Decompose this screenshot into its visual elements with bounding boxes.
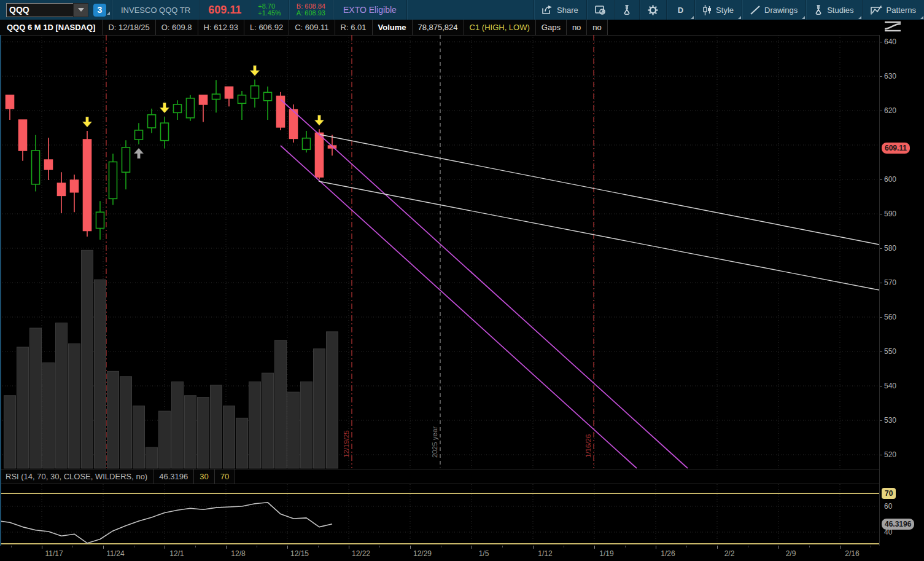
axis-tick bbox=[880, 248, 882, 249]
axis-tick bbox=[748, 546, 748, 547]
timeframe-label: D bbox=[678, 6, 683, 15]
price-axis[interactable]: 640630620600590580570560550540530520609.… bbox=[880, 35, 924, 546]
divider bbox=[406, 0, 407, 20]
share-button[interactable]: Share bbox=[534, 0, 586, 20]
chevron-down-icon bbox=[78, 8, 84, 12]
axis-tick bbox=[880, 455, 882, 455]
candle-body[interactable] bbox=[45, 160, 53, 170]
axis-tick bbox=[318, 546, 319, 547]
candle-body[interactable] bbox=[212, 94, 220, 99]
candle-body[interactable] bbox=[71, 180, 79, 192]
date-tick-label: 2/9 bbox=[786, 549, 796, 558]
candle-body[interactable] bbox=[109, 162, 117, 198]
corner-expand-icon bbox=[738, 16, 741, 19]
candle-body[interactable] bbox=[58, 183, 66, 195]
axis-tick bbox=[880, 386, 882, 386]
candle-body[interactable] bbox=[316, 133, 324, 177]
volume-bar bbox=[133, 406, 145, 468]
axis-tick bbox=[441, 546, 441, 547]
axis-tick bbox=[880, 420, 882, 421]
white-channel-lower[interactable] bbox=[319, 181, 879, 290]
patterns-button[interactable]: Patterns bbox=[863, 0, 924, 20]
c1-high-low-field[interactable]: C1 (HIGH, LOW) bbox=[464, 20, 536, 35]
candle-body[interactable] bbox=[187, 98, 195, 118]
date-tick-label: 1/26 bbox=[661, 549, 675, 558]
axis-tick bbox=[11, 546, 12, 547]
chart-settings-button[interactable] bbox=[640, 0, 666, 20]
axis-tick bbox=[880, 283, 882, 283]
gaps-value-2[interactable]: no bbox=[587, 20, 607, 35]
flask-icon bbox=[623, 5, 631, 15]
price-tick-label: 520 bbox=[884, 450, 896, 459]
symbol-dropdown-button[interactable] bbox=[73, 3, 88, 17]
axis-tick bbox=[656, 546, 656, 549]
corner-expand-icon bbox=[107, 12, 110, 15]
studies-button[interactable]: Studies bbox=[806, 0, 861, 20]
share-label: Share bbox=[557, 6, 578, 15]
price-tick-label: 560 bbox=[884, 313, 896, 321]
flexible-grid-button[interactable] bbox=[587, 0, 614, 20]
volume-bar bbox=[172, 382, 184, 468]
rsi-oversold-setting[interactable]: 30 bbox=[194, 469, 214, 484]
price-tick-label: 590 bbox=[884, 210, 896, 218]
date-axis[interactable]: 11/1711/2412/112/812/1512/2212/291/51/12… bbox=[0, 546, 924, 561]
candle-body[interactable] bbox=[264, 92, 272, 100]
volume-bar bbox=[159, 411, 171, 468]
rsi-study-canvas[interactable] bbox=[0, 484, 879, 546]
candlestick-icon bbox=[703, 5, 712, 15]
quick-study-button[interactable] bbox=[615, 0, 639, 20]
style-button[interactable]: Style bbox=[695, 0, 742, 20]
candle-body[interactable] bbox=[135, 130, 143, 139]
link-group-badge[interactable]: 3 bbox=[93, 4, 106, 17]
purple-channel-upper[interactable] bbox=[281, 100, 688, 468]
gear-icon bbox=[648, 5, 658, 15]
price-tick-label: 570 bbox=[884, 278, 896, 287]
axis-tick bbox=[717, 546, 718, 549]
candle-body[interactable] bbox=[161, 123, 169, 141]
main-price-chart-canvas[interactable]: 11/21/2512/19/252025 year1/16/26 bbox=[0, 35, 879, 469]
candle-body[interactable] bbox=[32, 151, 40, 184]
candle-body[interactable] bbox=[251, 86, 259, 98]
volume-bar bbox=[223, 406, 235, 468]
white-channel-upper[interactable] bbox=[320, 135, 879, 245]
axis-tick bbox=[880, 317, 882, 318]
rsi-overbought-setting[interactable]: 70 bbox=[215, 469, 235, 484]
candle-body[interactable] bbox=[200, 95, 208, 104]
axis-tick bbox=[502, 546, 503, 547]
candle-body[interactable] bbox=[174, 104, 182, 112]
drawings-button[interactable]: Drawings bbox=[742, 0, 806, 20]
candle-body[interactable] bbox=[122, 147, 130, 172]
chart-status-row: QQQ 6 M 1D [NASDAQ] D: 12/18/25 O: 609.8… bbox=[0, 20, 924, 36]
axis-tick bbox=[778, 546, 779, 549]
candle-body[interactable] bbox=[303, 138, 311, 149]
axis-tick bbox=[564, 546, 564, 547]
candle-body[interactable] bbox=[6, 95, 14, 109]
candle-body[interactable] bbox=[225, 87, 233, 98]
axis-tick bbox=[287, 546, 288, 549]
toolbar-left-group: 3 INVESCO QQQ TR 609.11 +8.70 +1.45% B: … bbox=[0, 0, 407, 20]
rsi-study-label[interactable]: RSI (14, 70, 30, CLOSE, WILDERS, no) bbox=[0, 469, 153, 484]
price-axis-settings-icon[interactable] bbox=[882, 20, 903, 35]
candle-body[interactable] bbox=[19, 120, 27, 151]
candle-body[interactable] bbox=[148, 115, 156, 128]
candle-body[interactable] bbox=[83, 139, 91, 230]
axis-tick bbox=[379, 546, 380, 547]
symbol-description: INVESCO QQQ TR bbox=[112, 6, 199, 15]
report-clock-icon bbox=[595, 5, 606, 15]
axis-tick bbox=[134, 546, 134, 547]
gaps-value-1[interactable]: no bbox=[567, 20, 587, 35]
candle-body[interactable] bbox=[238, 95, 246, 103]
style-label: Style bbox=[716, 6, 734, 15]
volume-bar bbox=[30, 328, 42, 468]
axis-tick bbox=[880, 111, 882, 111]
axis-tick bbox=[165, 546, 165, 549]
axis-tick bbox=[880, 214, 882, 214]
rsi-line bbox=[0, 503, 332, 543]
candle-body[interactable] bbox=[277, 96, 285, 127]
candle-body[interactable] bbox=[96, 212, 104, 228]
axis-tick bbox=[42, 546, 42, 549]
timeframe-button[interactable]: D bbox=[667, 0, 694, 20]
axis-tick bbox=[103, 546, 104, 549]
date-tick-label: 11/24 bbox=[106, 549, 124, 558]
symbol-input[interactable] bbox=[6, 3, 73, 17]
